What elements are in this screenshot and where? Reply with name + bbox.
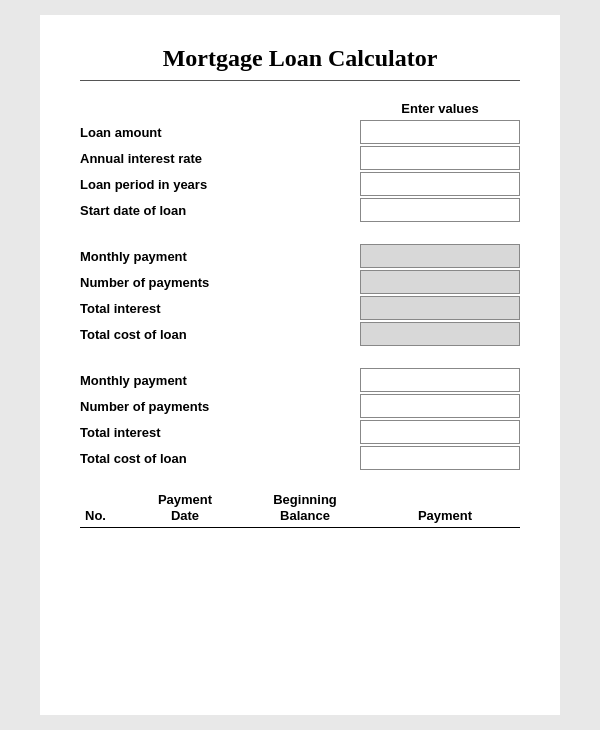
col-no: No. xyxy=(80,508,130,524)
annual-interest-label: Annual interest rate xyxy=(80,151,360,166)
total-interest-result-2[interactable] xyxy=(360,420,520,444)
total-cost-result-2[interactable] xyxy=(360,446,520,470)
amortization-table: No. Payment Date Beginning Balance Payme… xyxy=(80,492,520,528)
main-page: Mortgage Loan Calculator Enter values Lo… xyxy=(40,15,560,715)
total-interest-label-1: Total interest xyxy=(80,301,360,316)
total-cost-row-2: Total cost of loan xyxy=(80,446,520,470)
loan-period-row: Loan period in years xyxy=(80,172,520,196)
column-header-row: Enter values xyxy=(80,101,520,116)
monthly-payment-label-2: Monthly payment xyxy=(80,373,360,388)
table-header-row: No. Payment Date Beginning Balance Payme… xyxy=(80,492,520,528)
monthly-payment-row-2: Monthly payment xyxy=(80,368,520,392)
monthly-payment-result-2[interactable] xyxy=(360,368,520,392)
loan-amount-input[interactable] xyxy=(360,120,520,144)
monthly-payment-row-1: Monthly payment xyxy=(80,244,520,268)
total-interest-label-2: Total interest xyxy=(80,425,360,440)
title-divider xyxy=(80,80,520,81)
total-interest-row-1: Total interest xyxy=(80,296,520,320)
total-cost-result-1[interactable] xyxy=(360,322,520,346)
start-date-label: Start date of loan xyxy=(80,203,360,218)
num-payments-result-1[interactable] xyxy=(360,270,520,294)
col-payment-date: Payment Date xyxy=(130,492,240,523)
result-section-2: Monthly payment Number of payments Total… xyxy=(80,368,520,472)
loan-period-input[interactable] xyxy=(360,172,520,196)
start-date-row: Start date of loan xyxy=(80,198,520,222)
num-payments-label-1: Number of payments xyxy=(80,275,360,290)
total-cost-row-1: Total cost of loan xyxy=(80,322,520,346)
result-section-1: Monthly payment Number of payments Total… xyxy=(80,244,520,348)
total-cost-label-1: Total cost of loan xyxy=(80,327,360,342)
num-payments-row-1: Number of payments xyxy=(80,270,520,294)
num-payments-row-2: Number of payments xyxy=(80,394,520,418)
col-beginning-balance: Beginning Balance xyxy=(240,492,370,523)
annual-interest-input[interactable] xyxy=(360,146,520,170)
loan-period-label: Loan period in years xyxy=(80,177,360,192)
col-payment: Payment xyxy=(370,508,520,524)
enter-values-header: Enter values xyxy=(360,101,520,116)
start-date-input[interactable] xyxy=(360,198,520,222)
monthly-payment-label-1: Monthly payment xyxy=(80,249,360,264)
loan-amount-row: Loan amount xyxy=(80,120,520,144)
page-title: Mortgage Loan Calculator xyxy=(80,45,520,72)
annual-interest-row: Annual interest rate xyxy=(80,146,520,170)
num-payments-label-2: Number of payments xyxy=(80,399,360,414)
num-payments-result-2[interactable] xyxy=(360,394,520,418)
total-interest-row-2: Total interest xyxy=(80,420,520,444)
total-interest-result-1[interactable] xyxy=(360,296,520,320)
monthly-payment-result-1[interactable] xyxy=(360,244,520,268)
total-cost-label-2: Total cost of loan xyxy=(80,451,360,466)
loan-amount-label: Loan amount xyxy=(80,125,360,140)
input-section: Enter values Loan amount Annual interest… xyxy=(80,101,520,224)
